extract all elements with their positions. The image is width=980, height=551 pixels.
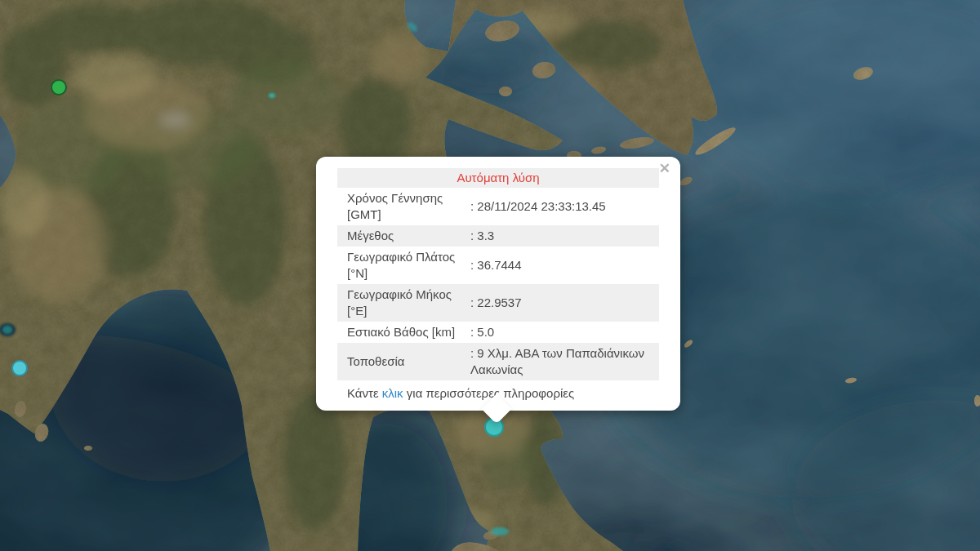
popup-footer: Κάντε κλικ για περισσότερες πληροφορίες [347, 386, 659, 400]
info-row-depth: Εστιακό Βάθος [km] : 5.0 [337, 322, 659, 343]
row-value: : 36.7444 [466, 247, 659, 284]
earthquake-marker-west[interactable] [11, 360, 28, 376]
row-label: Γεωγραφικό Πλάτος [°N] [337, 247, 466, 284]
urban-patch [160, 112, 189, 128]
earthquake-marker-north[interactable] [51, 79, 67, 96]
footer-text-suffix: για περισσότερες πληροφορίες [403, 386, 575, 400]
earthquake-info-table: Αυτόματη λύση Χρόνος Γέννησης [GMT] : 28… [337, 168, 659, 380]
row-label: Μέγεθος [337, 225, 466, 247]
more-info-link[interactable]: κλικ [382, 386, 403, 400]
row-label: Χρόνος Γέννησης [GMT] [337, 188, 466, 225]
popup-title: Αυτόματη λύση [337, 168, 659, 188]
info-row-longitude: Γεωγραφικό Μήκος [°E] : 22.9537 [337, 284, 659, 322]
footer-text-prefix: Κάντε [347, 386, 382, 400]
small-lake [269, 93, 275, 98]
info-row-origin-time: Χρόνος Γέννησης [GMT] : 28/11/2024 23:33… [337, 188, 659, 225]
row-label: Τοποθεσία [337, 343, 466, 380]
row-value: : 9 Χλμ. ΑΒΑ των Παπαδιάνικων Λακωνίας [466, 343, 659, 380]
row-label: Γεωγραφικό Μήκος [°E] [337, 284, 466, 322]
row-value: : 22.9537 [466, 284, 659, 322]
info-row-magnitude: Μέγεθος : 3.3 [337, 225, 659, 247]
info-row-latitude: Γεωγραφικό Πλάτος [°N] : 36.7444 [337, 247, 659, 284]
row-label: Εστιακό Βάθος [km] [337, 322, 466, 343]
popup-header-row: Αυτόματη λύση [337, 168, 659, 188]
row-value: : 28/11/2024 23:33:13.45 [466, 188, 659, 225]
close-icon[interactable]: ✕ [656, 158, 674, 179]
row-value: : 3.3 [466, 225, 659, 247]
earthquake-popup: ✕ Αυτόματη λύση Χρόνος Γέννησης [GMT] : … [316, 157, 680, 411]
row-value: : 5.0 [466, 322, 659, 343]
info-row-location: Τοποθεσία : 9 Χλμ. ΑΒΑ των Παπαδιάνικων … [337, 343, 659, 380]
